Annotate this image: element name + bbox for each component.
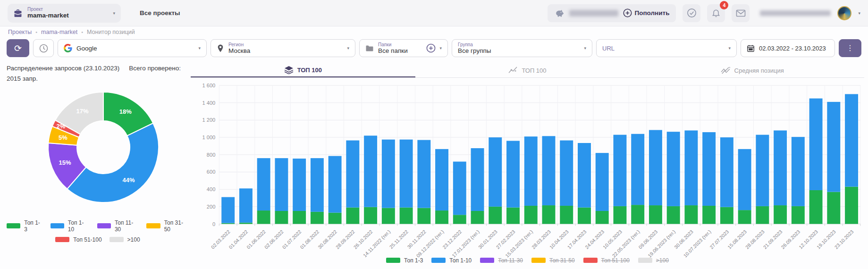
bar-segment[interactable] bbox=[364, 135, 377, 207]
bar-segment[interactable] bbox=[489, 137, 502, 207]
bar-segment[interactable] bbox=[845, 94, 858, 186]
bar-segment[interactable] bbox=[471, 211, 484, 224]
bar-segment[interactable] bbox=[364, 207, 377, 224]
bar-segment[interactable] bbox=[453, 161, 466, 215]
bar-segment[interactable] bbox=[560, 141, 573, 206]
bar-segment[interactable] bbox=[489, 207, 502, 224]
project-selector[interactable]: Проект mama-market ▾ bbox=[8, 4, 121, 23]
bar-segment[interactable] bbox=[578, 208, 591, 224]
bar-segment[interactable] bbox=[613, 206, 626, 224]
bar-segment[interactable] bbox=[792, 137, 805, 206]
bar-chart[interactable]: 02004006008001 0001 2001 4001 60002.03.2… bbox=[191, 80, 864, 260]
folders-select[interactable]: Папки Все папки ▾ bbox=[359, 39, 448, 57]
legend-item[interactable]: >100 bbox=[110, 236, 140, 243]
bar-segment[interactable] bbox=[221, 197, 235, 223]
bar-segment[interactable] bbox=[329, 156, 342, 213]
bar-segment[interactable] bbox=[667, 206, 680, 224]
url-select[interactable]: URL ▾ bbox=[596, 39, 737, 57]
legend-item[interactable]: >100 bbox=[638, 257, 669, 264]
bar-segment[interactable] bbox=[239, 188, 253, 222]
bar-segment[interactable] bbox=[435, 210, 448, 224]
region-select[interactable]: Регион Москва ▾ bbox=[211, 39, 355, 57]
tab-top100-stacked[interactable]: ТОП 100 bbox=[191, 63, 415, 77]
bar-segment[interactable] bbox=[720, 137, 733, 207]
breadcrumb-project-name[interactable]: mama-market bbox=[41, 29, 77, 35]
tab-average-position[interactable]: Средняя позиция bbox=[640, 63, 864, 77]
topup-button[interactable]: Пополнить bbox=[623, 8, 670, 17]
bar-segment[interactable] bbox=[542, 205, 556, 224]
bar-segment[interactable] bbox=[524, 136, 538, 206]
bar-segment[interactable] bbox=[400, 208, 413, 224]
bar-segment[interactable] bbox=[221, 223, 235, 224]
bar-segment[interactable] bbox=[596, 211, 609, 224]
bar-segment[interactable] bbox=[649, 205, 662, 224]
bar-segment[interactable] bbox=[809, 190, 823, 224]
bar-segment[interactable] bbox=[400, 140, 413, 208]
bar-segment[interactable] bbox=[774, 130, 787, 205]
bar-segment[interactable] bbox=[311, 158, 324, 212]
bar-segment[interactable] bbox=[275, 158, 288, 211]
bar-segment[interactable] bbox=[275, 211, 288, 224]
bar-segment[interactable] bbox=[257, 210, 270, 224]
account-menu-caret-icon[interactable]: ▾ bbox=[858, 11, 860, 16]
more-options-button[interactable]: ⋮ bbox=[839, 39, 861, 57]
bar-segment[interactable] bbox=[417, 208, 430, 224]
bar-segment[interactable] bbox=[542, 136, 556, 205]
bar-segment[interactable] bbox=[774, 205, 787, 224]
bar-segment[interactable] bbox=[631, 134, 644, 205]
bar-segment[interactable] bbox=[417, 140, 430, 208]
bar-segment[interactable] bbox=[702, 206, 716, 224]
bar-segment[interactable] bbox=[720, 207, 733, 224]
mail-button[interactable] bbox=[732, 4, 750, 22]
legend-item[interactable]: Топ 1-3 bbox=[7, 219, 43, 233]
bar-segment[interactable] bbox=[382, 140, 395, 208]
bar-segment[interactable] bbox=[702, 132, 716, 206]
bar-segment[interactable] bbox=[560, 206, 573, 224]
bar-segment[interactable] bbox=[506, 141, 520, 207]
donut-chart[interactable]: 18%44%15%5%2%17% bbox=[7, 87, 191, 206]
bar-segment[interactable] bbox=[311, 212, 324, 224]
bar-segment[interactable] bbox=[239, 223, 253, 224]
bar-segment[interactable] bbox=[738, 149, 751, 210]
bar-segment[interactable] bbox=[684, 205, 698, 224]
legend-item[interactable]: Топ 11-30 bbox=[480, 257, 523, 264]
bar-segment[interactable] bbox=[346, 208, 359, 224]
bar-segment[interactable] bbox=[471, 148, 484, 211]
bar-segment[interactable] bbox=[257, 158, 270, 210]
all-projects-link[interactable]: Все проекты bbox=[140, 9, 180, 17]
bar-segment[interactable] bbox=[756, 206, 769, 224]
breadcrumb-projects[interactable]: Проекты bbox=[8, 29, 32, 35]
bar-segment[interactable] bbox=[293, 159, 306, 211]
bar-segment[interactable] bbox=[506, 208, 520, 224]
legend-item[interactable]: Топ 51-100 bbox=[583, 257, 630, 264]
notifications-button[interactable]: 4 bbox=[707, 4, 725, 22]
bar-segment[interactable] bbox=[596, 153, 609, 211]
bar-segment[interactable] bbox=[613, 135, 626, 206]
group-select[interactable]: Группа Все группы ▾ bbox=[452, 39, 592, 57]
refresh-button[interactable]: ⟳ bbox=[7, 39, 29, 57]
bar-segment[interactable] bbox=[809, 99, 823, 190]
bar-segment[interactable] bbox=[667, 132, 680, 206]
bar-segment[interactable] bbox=[827, 192, 840, 224]
bar-segment[interactable] bbox=[329, 213, 342, 224]
legend-item[interactable]: Топ 31-50 bbox=[531, 257, 575, 264]
date-range-picker[interactable]: 02.03.2022 - 23.10.2023 bbox=[741, 39, 835, 57]
add-folder-icon[interactable] bbox=[426, 43, 436, 53]
bar-segment[interactable] bbox=[827, 102, 840, 192]
bar-segment[interactable] bbox=[756, 135, 769, 206]
legend-item[interactable]: Топ 1-3 bbox=[386, 257, 423, 264]
bar-segment[interactable] bbox=[649, 130, 662, 206]
bar-segment[interactable] bbox=[738, 210, 751, 224]
bar-segment[interactable] bbox=[845, 187, 858, 224]
bar-segment[interactable] bbox=[346, 141, 359, 208]
bar-segment[interactable] bbox=[435, 149, 448, 210]
tab-top100-lines[interactable]: ТОП 100 bbox=[415, 63, 640, 77]
bar-segment[interactable] bbox=[684, 130, 698, 205]
legend-item[interactable]: Топ 51-100 bbox=[55, 236, 101, 243]
search-engine-select[interactable]: Google ▾ bbox=[58, 39, 207, 57]
bar-segment[interactable] bbox=[631, 205, 644, 224]
legend-item[interactable]: Топ 1-10 bbox=[51, 219, 90, 233]
legend-item[interactable]: Топ 11-30 bbox=[97, 219, 139, 233]
bar-segment[interactable] bbox=[382, 208, 395, 224]
bar-segment[interactable] bbox=[578, 143, 591, 208]
